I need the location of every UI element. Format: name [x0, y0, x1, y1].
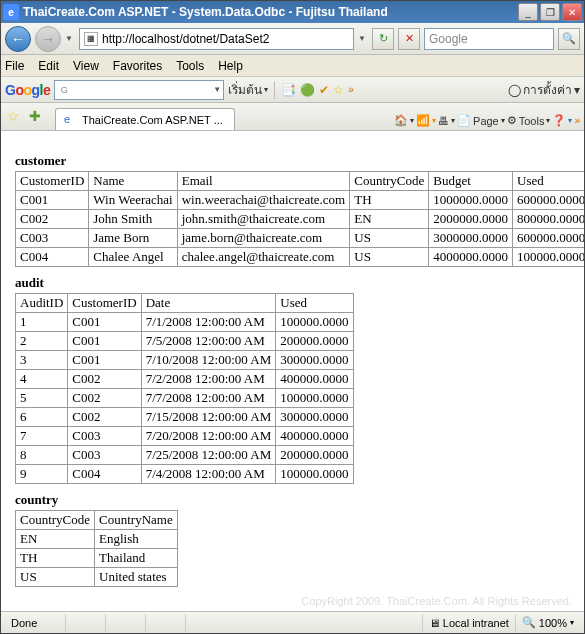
google-blocker-icon[interactable]: 🟢 [300, 83, 315, 97]
home-button[interactable]: 🏠 ▾ [394, 114, 414, 127]
menu-tools[interactable]: Tools [176, 59, 204, 73]
table-cell: C002 [16, 210, 89, 229]
menu-favorites[interactable]: Favorites [113, 59, 162, 73]
back-button[interactable]: ← [5, 26, 31, 52]
search-box[interactable]: Google [424, 28, 554, 50]
menu-file[interactable]: File [5, 59, 24, 73]
print-button[interactable]: 🖶 ▾ [438, 115, 455, 127]
table-cell: 7/10/2008 12:00:00 AM [141, 351, 276, 370]
table-cell: 4 [16, 370, 68, 389]
zoom-icon: 🔍 [522, 616, 536, 629]
table-cell: win.weerachai@thaicreate.com [177, 191, 350, 210]
close-button[interactable]: ✕ [562, 3, 582, 21]
stop-button[interactable]: ✕ [398, 28, 420, 50]
table-cell: john.smith@thaicreate.com [177, 210, 350, 229]
table-cell: C004 [68, 465, 141, 484]
table-row: USUnited states [16, 568, 178, 587]
google-toolbar: Google G ▼ เริ่มต้น ▾ 📑 🟢 ✔ ☆ » ◯ การตั้… [1, 77, 584, 103]
table-cell: C003 [68, 446, 141, 465]
google-settings-button[interactable]: ◯ การตั้งค่า ▾ [508, 80, 580, 99]
statusbar: Done 🖥 Local intranet 🔍 100% ▾ [1, 611, 584, 633]
feeds-button[interactable]: 📶 ▾ [416, 114, 436, 127]
toolbar-more-icon[interactable]: » [574, 115, 580, 126]
navigation-bar: ← → ▼ ▦ http://localhost/dotnet/DataSet2… [1, 23, 584, 55]
customer-table: CustomerIDNameEmailCountryCodeBudgetUsed… [15, 171, 584, 267]
table-cell: 100000.0000 [276, 389, 353, 408]
google-more-icon[interactable]: » [348, 84, 354, 95]
help-button[interactable]: ❓ ▾ [552, 114, 572, 127]
table-cell: C003 [68, 427, 141, 446]
favorites-star-icon[interactable]: ☆ [7, 108, 25, 126]
table-header-cell: Used [276, 294, 353, 313]
table-header-cell: CountryName [95, 511, 178, 530]
intranet-icon: 🖥 [429, 617, 440, 629]
table-header-cell: Budget [429, 172, 513, 191]
table-cell: C001 [68, 313, 141, 332]
table-cell: TH [16, 549, 95, 568]
country-table: CountryCodeCountryNameENEnglishTHThailan… [15, 510, 178, 587]
forward-button[interactable]: → [35, 26, 61, 52]
table-cell: C001 [16, 191, 89, 210]
table-cell: English [95, 530, 178, 549]
table-cell: 800000.0000 [513, 210, 584, 229]
go-button[interactable]: ↻ [372, 28, 394, 50]
table-row: 3C0017/10/2008 12:00:00 AM300000.0000 [16, 351, 354, 370]
table-row: 8C0037/25/2008 12:00:00 AM200000.0000 [16, 446, 354, 465]
address-dropdown[interactable]: ▼ [358, 34, 368, 43]
audit-heading: audit [15, 275, 570, 291]
menu-help[interactable]: Help [218, 59, 243, 73]
table-cell: US [350, 248, 429, 267]
table-row: 4C0027/2/2008 12:00:00 AM400000.0000 [16, 370, 354, 389]
google-star-icon[interactable]: ☆ [333, 83, 344, 97]
status-cell-1 [65, 614, 105, 632]
tab-ie-icon: e [64, 113, 78, 127]
tab-row: ☆ ✚ e ThaiCreate.Com ASP.NET ... 🏠 ▾ 📶 ▾… [1, 103, 584, 131]
google-search-input[interactable]: G ▼ [54, 80, 224, 100]
table-cell: 7/1/2008 12:00:00 AM [141, 313, 276, 332]
page-menu[interactable]: 📄 Page ▾ [457, 114, 505, 127]
table-cell: US [16, 568, 95, 587]
table-cell: 3 [16, 351, 68, 370]
add-favorites-icon[interactable]: ✚ [29, 108, 47, 126]
google-bookmark-icon[interactable]: 📑 [281, 83, 296, 97]
maximize-button[interactable]: ❐ [540, 3, 560, 21]
table-header-cell: Name [89, 172, 177, 191]
status-done: Done [5, 614, 65, 632]
table-cell: 400000.0000 [276, 370, 353, 389]
minimize-button[interactable]: _ [518, 3, 538, 21]
table-cell: 5 [16, 389, 68, 408]
google-logo: Google [5, 82, 50, 98]
menu-edit[interactable]: Edit [38, 59, 59, 73]
table-cell: 4000000.0000 [429, 248, 513, 267]
nav-history-dropdown[interactable]: ▼ [65, 34, 75, 43]
table-cell: jame.born@thaicreate.com [177, 229, 350, 248]
table-cell: 1000000.0000 [429, 191, 513, 210]
google-check-icon[interactable]: ✔ [319, 83, 329, 97]
zoom-control[interactable]: 🔍 100% ▾ [515, 614, 580, 632]
table-cell: 200000.0000 [276, 332, 353, 351]
table-cell: 7/2/2008 12:00:00 AM [141, 370, 276, 389]
table-cell: C002 [68, 408, 141, 427]
table-cell: 300000.0000 [276, 408, 353, 427]
tools-menu[interactable]: ⚙ Tools ▾ [507, 114, 551, 127]
table-cell: C001 [68, 351, 141, 370]
table-cell: 2 [16, 332, 68, 351]
google-search-dropdown[interactable]: ▼ [213, 85, 221, 94]
content-area: customer CustomerIDNameEmailCountryCodeB… [1, 131, 584, 611]
menu-view[interactable]: View [73, 59, 99, 73]
table-row: 7C0037/20/2008 12:00:00 AM400000.0000 [16, 427, 354, 446]
table-row: 6C0027/15/2008 12:00:00 AM300000.0000 [16, 408, 354, 427]
google-search-field[interactable] [71, 83, 213, 97]
table-cell: 8 [16, 446, 68, 465]
search-button[interactable]: 🔍 [558, 28, 580, 50]
address-url: http://localhost/dotnet/DataSet2 [102, 32, 269, 46]
watermark: CopyRight 2009. ThaiCreate.Com. All Righ… [301, 595, 572, 607]
address-bar[interactable]: ▦ http://localhost/dotnet/DataSet2 [79, 28, 354, 50]
table-cell: 600000.0000 [513, 191, 584, 210]
menubar: File Edit View Favorites Tools Help [1, 55, 584, 77]
browser-tab[interactable]: e ThaiCreate.Com ASP.NET ... [55, 108, 235, 130]
table-cell: C004 [16, 248, 89, 267]
table-header-cell: Date [141, 294, 276, 313]
google-start-button[interactable]: เริ่มต้น ▾ [228, 80, 268, 99]
country-heading: country [15, 492, 570, 508]
